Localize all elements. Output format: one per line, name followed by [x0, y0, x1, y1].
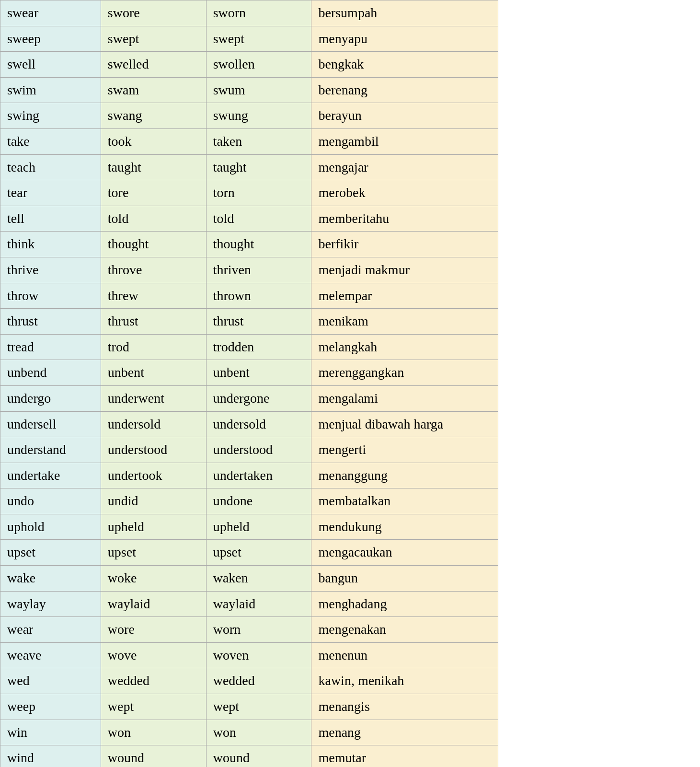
- table-cell: swam: [101, 77, 206, 103]
- table-cell: menjadi makmur: [311, 257, 498, 283]
- table-row: thinkthoughtthoughtberfikir: [0, 232, 498, 257]
- table-cell: memberitahu: [311, 206, 498, 232]
- table-cell: tore: [101, 180, 206, 206]
- table-cell: membatalkan: [311, 488, 498, 514]
- table-row: throwthrewthrownmelempar: [0, 283, 498, 309]
- table-cell: thought: [206, 232, 311, 257]
- table-row: wedweddedweddedkawin, menikah: [0, 668, 498, 694]
- table-cell: unbent: [101, 360, 206, 386]
- table-cell: undertook: [101, 463, 206, 488]
- table-cell: swing: [0, 103, 101, 129]
- table-cell: throw: [0, 283, 101, 309]
- table-cell: mendukung: [311, 514, 498, 540]
- table-cell: wore: [101, 617, 206, 643]
- table-cell: tear: [0, 180, 101, 206]
- table-cell: undergo: [0, 385, 101, 411]
- table-cell: worn: [206, 617, 311, 643]
- table-cell: swept: [101, 26, 206, 52]
- table-cell: underwent: [101, 385, 206, 411]
- table-cell: menanggung: [311, 463, 498, 488]
- table-row: windwoundwoundmemutar: [0, 745, 498, 767]
- table-cell: wept: [206, 694, 311, 720]
- table-row: treadtrodtroddenmelangkah: [0, 334, 498, 360]
- table-cell: menjual dibawah harga: [311, 411, 498, 437]
- table-cell: mengambil: [311, 128, 498, 154]
- table-cell: swell: [0, 52, 101, 78]
- table-cell: torn: [206, 180, 311, 206]
- table-cell: wound: [206, 745, 311, 767]
- table-cell: menangis: [311, 694, 498, 720]
- table-cell: woke: [101, 566, 206, 592]
- table-row: teartoretornmerobek: [0, 180, 498, 206]
- table-cell: thought: [101, 232, 206, 257]
- table-cell: mengajar: [311, 154, 498, 180]
- table-cell: kawin, menikah: [311, 668, 498, 694]
- table-row: teachtaughttaughtmengajar: [0, 154, 498, 180]
- table-row: wakewokewakenbangun: [0, 566, 498, 592]
- table-cell: teach: [0, 154, 101, 180]
- table-cell: take: [0, 128, 101, 154]
- table-row: weepweptweptmenangis: [0, 694, 498, 720]
- table-cell: wind: [0, 745, 101, 767]
- table-cell: menikam: [311, 309, 498, 335]
- table-cell: thrown: [206, 283, 311, 309]
- table-row: upsetupsetupsetmengacaukan: [0, 540, 498, 566]
- table-cell: berenang: [311, 77, 498, 103]
- table-cell: wedded: [101, 668, 206, 694]
- table-cell: undid: [101, 488, 206, 514]
- table-cell: memutar: [311, 745, 498, 767]
- table-cell: weave: [0, 642, 101, 668]
- table-row: swellswelledswollenbengkak: [0, 52, 498, 78]
- table-cell: upset: [101, 540, 206, 566]
- table-cell: waylaid: [101, 591, 206, 617]
- table-cell: throve: [101, 257, 206, 283]
- table-cell: threw: [101, 283, 206, 309]
- table-cell: undergone: [206, 385, 311, 411]
- table-cell: undo: [0, 488, 101, 514]
- table-cell: thrust: [0, 309, 101, 335]
- table-cell: melempar: [311, 283, 498, 309]
- table-cell: swore: [101, 0, 206, 26]
- table-row: swingswangswungberayun: [0, 103, 498, 129]
- table-cell: merenggangkan: [311, 360, 498, 386]
- table-cell: undertaken: [206, 463, 311, 488]
- table-cell: undersell: [0, 411, 101, 437]
- table-row: winwonwonmenang: [0, 720, 498, 745]
- table-row: unbendunbentunbentmerenggangkan: [0, 360, 498, 386]
- table-cell: mengenakan: [311, 617, 498, 643]
- table-cell: menghadang: [311, 591, 498, 617]
- table-cell: swollen: [206, 52, 311, 78]
- table-cell: menenun: [311, 642, 498, 668]
- table-cell: sweep: [0, 26, 101, 52]
- table-cell: swelled: [101, 52, 206, 78]
- table-cell: understand: [0, 437, 101, 463]
- table-cell: melangkah: [311, 334, 498, 360]
- table-row: undertakeundertookundertakenmenanggung: [0, 463, 498, 488]
- table-cell: upheld: [206, 514, 311, 540]
- table-row: understandunderstoodunderstoodmengerti: [0, 437, 498, 463]
- table-cell: undersold: [206, 411, 311, 437]
- table-cell: understood: [101, 437, 206, 463]
- table-cell: swept: [206, 26, 311, 52]
- table-cell: waylaid: [206, 591, 311, 617]
- table-cell: thrive: [0, 257, 101, 283]
- table-cell: upset: [206, 540, 311, 566]
- table-cell: wedded: [206, 668, 311, 694]
- table-row: telltoldtoldmemberitahu: [0, 206, 498, 232]
- table-cell: merobek: [311, 180, 498, 206]
- table-cell: berfikir: [311, 232, 498, 257]
- table-row: waylaywaylaidwaylaidmenghadang: [0, 591, 498, 617]
- table-row: weavewovewovenmenenun: [0, 642, 498, 668]
- table-cell: berayun: [311, 103, 498, 129]
- table-cell: uphold: [0, 514, 101, 540]
- table-cell: mengerti: [311, 437, 498, 463]
- table-cell: swim: [0, 77, 101, 103]
- verb-table: swearsworeswornbersumpahsweepsweptsweptm…: [0, 0, 498, 767]
- table-cell: bangun: [311, 566, 498, 592]
- table-cell: bengkak: [311, 52, 498, 78]
- table-cell: upset: [0, 540, 101, 566]
- table-cell: wept: [101, 694, 206, 720]
- table-cell: weep: [0, 694, 101, 720]
- table-cell: woven: [206, 642, 311, 668]
- table-row: thrustthrustthrustmenikam: [0, 309, 498, 335]
